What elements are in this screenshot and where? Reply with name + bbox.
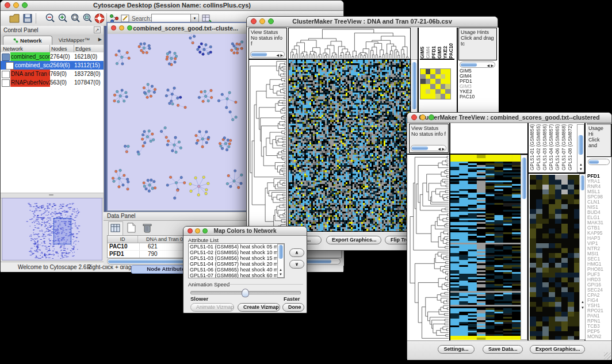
minimize-button[interactable] bbox=[119, 25, 124, 30]
network-list-row[interactable]: combined_scores 2764(0) 16218(0) bbox=[1, 52, 104, 61]
matrix-cell[interactable] bbox=[420, 94, 426, 99]
close-button[interactable] bbox=[111, 25, 116, 30]
matrix-cell[interactable] bbox=[430, 79, 435, 84]
tab-network[interactable]: Network bbox=[3, 36, 52, 45]
open-file-button[interactable] bbox=[9, 13, 20, 24]
minimize-button[interactable] bbox=[420, 114, 426, 120]
new-attribute-icon[interactable] bbox=[124, 221, 138, 235]
attribute-list-item[interactable]: GPL51-06 (GSM865) heat shock 40 min bbox=[189, 267, 284, 273]
matrix-cell[interactable] bbox=[445, 74, 450, 79]
matrix-cell[interactable] bbox=[426, 84, 431, 89]
matrix-cell[interactable] bbox=[435, 89, 441, 94]
attribute-listbox[interactable]: GPL51-01 (GSM854) heat shock 05 minGPL51… bbox=[188, 243, 285, 278]
matrix-cell[interactable] bbox=[435, 79, 441, 84]
move-down-button[interactable]: ∨ bbox=[289, 260, 304, 269]
attribute-list-item[interactable]: GPL51-01 (GSM854) heat shock 05 min bbox=[189, 244, 284, 250]
matrix-cell[interactable] bbox=[445, 89, 450, 94]
tab-vizmapper[interactable]: VizMapper™ bbox=[53, 36, 95, 45]
matrix-cell[interactable] bbox=[426, 69, 431, 74]
maximize-button[interactable] bbox=[429, 114, 434, 120]
maximize-button[interactable] bbox=[268, 18, 274, 24]
matrix-cell[interactable] bbox=[445, 94, 450, 99]
view-status-hscrollbar[interactable]: ◀▶ bbox=[411, 145, 446, 151]
matrix-cell[interactable] bbox=[435, 69, 441, 74]
animation-speed-slider[interactable] bbox=[190, 291, 301, 294]
treeview1-row-dendrogram[interactable] bbox=[248, 59, 287, 232]
matrix-cell[interactable] bbox=[420, 84, 426, 89]
treeview2-overview-heatmap[interactable] bbox=[530, 175, 579, 340]
export-graphics-button[interactable]: Export Graphics... bbox=[530, 345, 585, 354]
treeview1-gene-list[interactable]: GIM5GIM4PFD1GIM3YKE2PAC10 bbox=[460, 68, 494, 101]
matrix-cell[interactable] bbox=[420, 79, 426, 84]
attribute-list-item[interactable]: GPL51-07 (GSM868) heat shock 60 min bbox=[189, 273, 284, 278]
treeview2-usage-hscrollbar[interactable] bbox=[588, 159, 610, 165]
matrix-cell[interactable] bbox=[426, 89, 431, 94]
matrix-cell[interactable] bbox=[441, 94, 446, 99]
table-grid-icon[interactable] bbox=[108, 221, 123, 235]
matrix-cell[interactable] bbox=[441, 84, 446, 89]
matrix-cell[interactable] bbox=[435, 74, 441, 79]
zoom-fit-button[interactable] bbox=[70, 13, 81, 24]
resize-grip[interactable] bbox=[604, 352, 611, 359]
matrix-cell[interactable] bbox=[430, 84, 435, 89]
maximize-button[interactable] bbox=[22, 2, 28, 8]
save-button[interactable] bbox=[22, 13, 33, 24]
minimize-button[interactable] bbox=[13, 2, 19, 8]
treeview2-collabel-scrollbar[interactable]: ▲▼ bbox=[577, 124, 584, 173]
matrix-cell[interactable] bbox=[430, 89, 435, 94]
matrix-cell[interactable] bbox=[441, 89, 446, 94]
zoom-selected-button[interactable] bbox=[82, 13, 93, 24]
attribute-list-item[interactable]: GPL51-04 (GSM857) heat shock 20 min bbox=[189, 261, 284, 267]
zoom-in-button[interactable] bbox=[57, 13, 68, 24]
attribute-list-item[interactable]: GPL51-02 (GSM855) heat shock 10 min bbox=[189, 250, 284, 255]
delete-trash-icon[interactable] bbox=[140, 221, 154, 235]
treeview2-titlebar[interactable]: ClusterMaker TreeView : combined_scores_… bbox=[407, 113, 611, 123]
settings-button[interactable]: Settings... bbox=[438, 345, 475, 354]
attribute-list-item[interactable]: GPL51-03 (GSM856) heat shock 15 min bbox=[189, 255, 284, 261]
close-button[interactable] bbox=[188, 228, 193, 233]
network-view-canvas[interactable] bbox=[108, 34, 246, 210]
matrix-cell[interactable] bbox=[441, 79, 446, 84]
matrix-cell[interactable] bbox=[445, 84, 450, 89]
network-list-row[interactable]: combined_sco 2569(6) 13112(15) bbox=[1, 61, 104, 70]
view-status-hscrollbar[interactable]: ◀▶ bbox=[250, 51, 285, 58]
matrix-cell[interactable] bbox=[445, 79, 450, 84]
attribute-list-scrollbar[interactable]: ▲▼ bbox=[277, 244, 284, 278]
minimize-button[interactable] bbox=[259, 18, 265, 24]
float-panel-icon[interactable]: ↗ bbox=[94, 26, 101, 33]
treeview2-gene-list[interactable]: PFD1YRA1RNR4MSL1SPC98CLN1NIS1BUD4ELG1MAK… bbox=[587, 174, 611, 340]
matrix-cell[interactable] bbox=[441, 74, 446, 79]
matrix-cell[interactable] bbox=[420, 89, 426, 94]
treeview1-column-dendrogram[interactable] bbox=[288, 28, 411, 59]
matrix-cell[interactable] bbox=[430, 69, 435, 74]
treeview2-vscrollbar[interactable] bbox=[521, 155, 527, 340]
matrix-cell[interactable] bbox=[430, 74, 435, 79]
done-button[interactable]: Done bbox=[282, 303, 304, 312]
matrix-cell[interactable] bbox=[430, 94, 435, 99]
treeview2-heatmap[interactable] bbox=[450, 155, 521, 340]
maximize-button[interactable] bbox=[202, 228, 208, 233]
overview-selection-rect[interactable] bbox=[53, 218, 71, 244]
network-overview-panel[interactable] bbox=[2, 198, 102, 260]
treeview1-summary-matrix[interactable] bbox=[420, 68, 451, 99]
export-graphics-button[interactable]: Export Graphics... bbox=[326, 236, 381, 244]
animate-vizmap-button[interactable]: Animate Vizmap bbox=[190, 303, 234, 312]
close-button[interactable] bbox=[411, 114, 417, 120]
network-list-row[interactable]: DNA and Tran 07 769(0) 183728(0) bbox=[1, 70, 104, 78]
matrix-cell[interactable] bbox=[445, 69, 450, 74]
tab-overflow-arrow[interactable]: ▶ bbox=[98, 37, 102, 42]
slider-thumb[interactable] bbox=[242, 289, 249, 297]
overview-canvas[interactable] bbox=[2, 198, 101, 259]
main-titlebar[interactable]: Cytoscape Desktop (Session Name: collins… bbox=[1, 1, 343, 11]
matrix-cell[interactable] bbox=[426, 94, 431, 99]
treeview1-titlebar[interactable]: ClusterMaker TreeView : DNA and Tran 07-… bbox=[247, 17, 498, 27]
create-vizmap-button[interactable]: Create Vizmap bbox=[238, 303, 280, 312]
save-data-button[interactable]: Save Data... bbox=[483, 345, 523, 354]
matrix-cell[interactable] bbox=[441, 69, 446, 74]
minimize-button[interactable] bbox=[195, 228, 200, 233]
close-button[interactable] bbox=[251, 18, 257, 24]
move-up-button[interactable]: ∧ bbox=[289, 248, 304, 257]
gene-label[interactable]: MON2 bbox=[587, 334, 611, 339]
treeview1-heatmap[interactable] bbox=[288, 59, 411, 232]
matrix-cell[interactable] bbox=[426, 74, 431, 79]
